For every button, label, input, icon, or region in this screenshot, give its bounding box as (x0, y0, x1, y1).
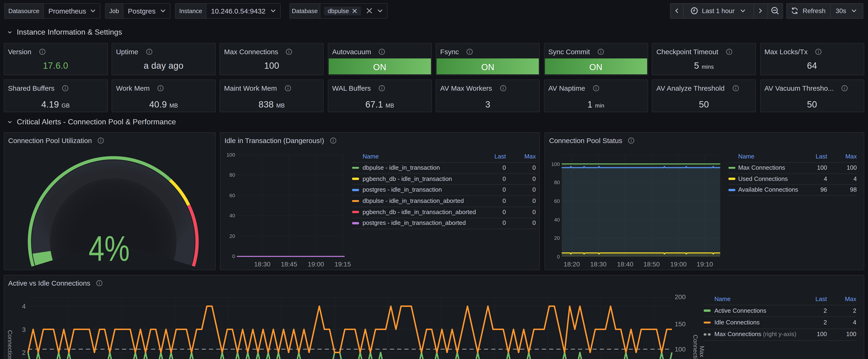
svg-text:4%: 4% (89, 228, 130, 268)
